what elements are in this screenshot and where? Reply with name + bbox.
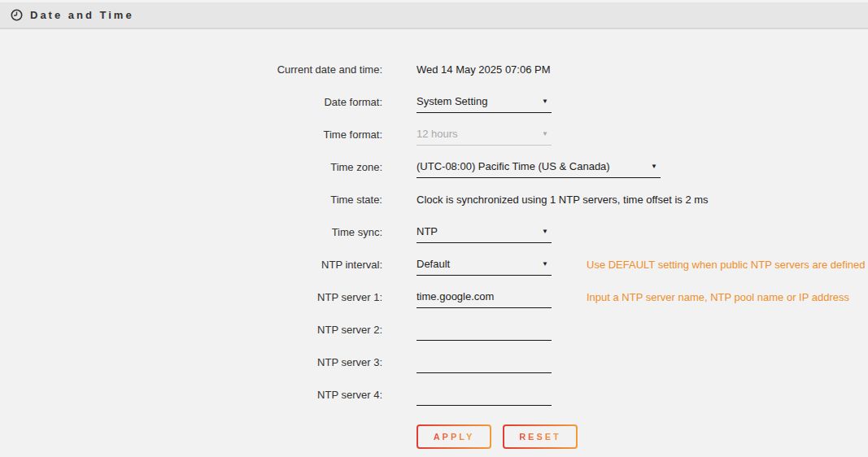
- reset-button-face: RESET: [504, 426, 576, 447]
- caret-down-icon: ▼: [542, 131, 548, 137]
- field-label: Time format:: [0, 128, 382, 141]
- caret-down-icon: ▼: [542, 228, 548, 235]
- row-ntp-server-3: NTP server 3:: [0, 346, 868, 378]
- ntp-server-3-input[interactable]: [417, 350, 552, 373]
- field-label: NTP server 3:: [0, 356, 382, 368]
- row-time-sync: Time sync: NTP ▼: [0, 215, 868, 248]
- row-date-format: Date format: System Setting ▼: [0, 85, 868, 118]
- field-label: Time zone:: [0, 161, 382, 173]
- select-value: NTP: [417, 225, 438, 237]
- form-actions: APPLY RESET: [417, 424, 578, 449]
- clock-icon: [11, 9, 23, 21]
- apply-button-label: APPLY: [434, 432, 475, 442]
- row-ntp-interval: NTP interval: Default ▼ Use DEFAULT sett…: [0, 248, 868, 281]
- time-zone-select[interactable]: (UTC-08:00) Pacific Time (US & Canada) ▼: [417, 155, 661, 178]
- reset-button-label: RESET: [519, 432, 561, 442]
- field-label: NTP server 4:: [0, 389, 382, 401]
- select-value: (UTC-08:00) Pacific Time (US & Canada): [417, 160, 610, 172]
- apply-button[interactable]: APPLY: [417, 424, 491, 449]
- time-state-value: Clock is synchronized using 1 NTP server…: [417, 194, 709, 206]
- row-ntp-server-4: NTP server 4:: [0, 378, 868, 411]
- page-title: Date and Time: [30, 9, 134, 21]
- field-label: Time sync:: [0, 226, 382, 238]
- date-and-time-panel: Date and Time Current date and time: Wed…: [0, 0, 868, 457]
- caret-down-icon: ▼: [651, 163, 657, 170]
- current-date-time-value: Wed 14 May 2025 07:06 PM: [417, 63, 551, 76]
- field-label: NTP server 2:: [0, 324, 382, 336]
- row-ntp-server-2: NTP server 2:: [0, 313, 868, 346]
- reset-button[interactable]: RESET: [503, 424, 578, 449]
- row-time-format: Time format: 12 hours ▼: [0, 118, 868, 150]
- field-label: NTP server 1:: [0, 291, 382, 303]
- time-format-select: 12 hours ▼: [417, 123, 552, 146]
- ntp-server-1-input[interactable]: [417, 285, 552, 308]
- select-value: System Setting: [417, 95, 487, 107]
- panel-header: Date and Time: [0, 2, 868, 29]
- select-value: Default: [417, 258, 450, 270]
- row-current-date-time: Current date and time: Wed 14 May 2025 0…: [0, 53, 868, 85]
- date-time-form: Current date and time: Wed 14 May 2025 0…: [0, 53, 868, 411]
- select-value: 12 hours: [417, 128, 458, 140]
- field-hint: Use DEFAULT setting when public NTP serv…: [587, 259, 866, 271]
- ntp-server-4-input[interactable]: [417, 383, 552, 406]
- caret-down-icon: ▼: [542, 261, 548, 268]
- field-label: NTP interval:: [0, 259, 382, 271]
- row-time-state: Time state: Clock is synchronized using …: [0, 183, 868, 215]
- field-label: Date format:: [0, 96, 382, 108]
- apply-button-face: APPLY: [418, 426, 490, 447]
- row-time-zone: Time zone: (UTC-08:00) Pacific Time (US …: [0, 150, 868, 183]
- field-hint: Input a NTP server name, NTP pool name o…: [587, 291, 849, 303]
- row-ntp-server-1: NTP server 1: Input a NTP server name, N…: [0, 281, 868, 313]
- field-label: Current date and time:: [0, 63, 382, 76]
- date-format-select[interactable]: System Setting ▼: [417, 90, 552, 113]
- field-label: Time state:: [0, 194, 382, 206]
- ntp-server-2-input[interactable]: [417, 318, 552, 341]
- ntp-interval-select[interactable]: Default ▼: [417, 253, 552, 276]
- caret-down-icon: ▼: [542, 98, 548, 105]
- time-sync-select[interactable]: NTP ▼: [417, 220, 552, 243]
